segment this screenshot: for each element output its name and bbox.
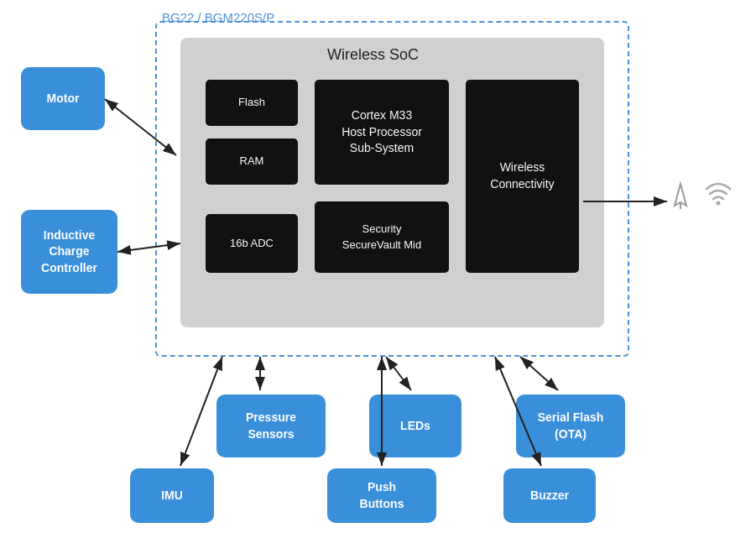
antenna-icon [668, 180, 693, 217]
wifi-icon [703, 180, 733, 212]
motor-box: Motor [21, 67, 105, 130]
wireless-conn-box: Wireless Connectivity [466, 80, 579, 273]
inductive-charge-box: Inductive Charge Controller [21, 210, 117, 294]
buzzer-box: Buzzer [503, 468, 596, 523]
pressure-sensors-box: Pressure Sensors [216, 395, 326, 457]
push-buttons-box: Push Buttons [327, 468, 436, 523]
flash-box: Flash [206, 80, 298, 126]
leds-box: LEDs [369, 395, 461, 457]
cortex-box: Cortex M33 Host Processor Sub-System [315, 80, 449, 185]
svg-line-8 [386, 357, 411, 390]
imu-box: IMU [130, 468, 214, 523]
diagram-container: BG22 / BGM220S/P Wireless SoC Flash RAM … [0, 0, 756, 533]
adc-box: 16b ADC [206, 214, 298, 273]
bg22-label: BG22 / BGM220S/P [162, 10, 274, 24]
svg-point-2 [717, 201, 721, 206]
svg-line-9 [520, 357, 558, 390]
serial-flash-box: Serial Flash (OTA) [516, 395, 625, 457]
security-box: Security SecureVault Mid [315, 201, 449, 273]
ram-box: RAM [206, 138, 298, 185]
wireless-soc-label: Wireless SoC [327, 46, 419, 64]
